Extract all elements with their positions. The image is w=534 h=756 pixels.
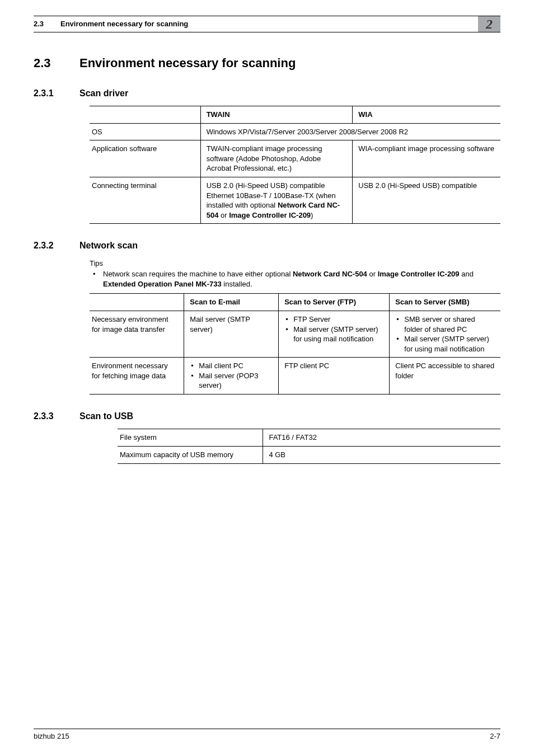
kv-val-filesystem: FAT16 / FAT32 bbox=[263, 429, 500, 447]
footer-page-number: 2-7 bbox=[490, 731, 500, 741]
section-title: Environment necessary for scanning bbox=[79, 55, 296, 72]
row-label-connterm: Connecting terminal bbox=[90, 177, 200, 224]
cell-list: FTP Server Mail server (SMTP server) for… bbox=[284, 314, 383, 344]
tip-text-bold: Network Card NC-504 bbox=[293, 270, 367, 278]
tips-item: Network scan requires the machine to hav… bbox=[90, 269, 500, 289]
subsection-title: Scan driver bbox=[79, 87, 128, 100]
cell-list: SMB server or shared folder of shared PC… bbox=[395, 314, 495, 354]
list-item: FTP Server bbox=[284, 314, 383, 325]
subsection-title: Network scan bbox=[79, 240, 138, 252]
header-rule-bottom bbox=[34, 32, 500, 32]
table-row: OS Windows XP/Vista/7/Server 2003/Server… bbox=[90, 123, 500, 140]
subsection-number: 2.3.3 bbox=[34, 410, 59, 422]
subsection-heading-scan-to-usb: 2.3.3 Scan to USB bbox=[34, 410, 500, 422]
cell-text: ) bbox=[311, 211, 313, 219]
page-footer: bizhub 215 2-7 bbox=[34, 729, 500, 741]
tips-list: Network scan requires the machine to hav… bbox=[90, 269, 500, 289]
subsection-title: Scan to USB bbox=[79, 410, 133, 422]
cell-list: Mail client PC Mail server (POP3 server) bbox=[190, 361, 273, 391]
subsection-heading-network-scan: 2.3.2 Network scan bbox=[34, 240, 500, 252]
cell-wia-appsoft: WIA-compliant image processing software bbox=[353, 140, 500, 177]
table-header-wia: WIA bbox=[353, 106, 500, 124]
header-left: 2.3 Environment necessary for scanning bbox=[34, 19, 478, 29]
row-label-necessary-env: Necessary environment for image data tra… bbox=[90, 311, 184, 357]
subsection-number: 2.3.1 bbox=[34, 87, 59, 100]
table-row: Maximum capacity of USB memory 4 GB bbox=[118, 446, 500, 463]
table-header-empty bbox=[90, 294, 184, 311]
tip-text: or bbox=[367, 270, 378, 278]
tip-text-bold: Extended Operation Panel MK-733 bbox=[103, 280, 222, 288]
table-row: File system FAT16 / FAT32 bbox=[118, 429, 500, 447]
row-label-fetch-env: Environment necessary for fetching image… bbox=[90, 358, 184, 395]
list-item: Mail client PC bbox=[190, 361, 273, 371]
cell-ftp-fetch: FTP client PC bbox=[279, 358, 390, 395]
footer-model: bizhub 215 bbox=[34, 731, 69, 741]
kv-val-maxcap: 4 GB bbox=[263, 446, 500, 463]
table-header-email: Scan to E-mail bbox=[184, 294, 279, 311]
table-header-ftp: Scan to Server (FTP) bbox=[279, 294, 390, 311]
tip-text-bold: Image Controller IC-209 bbox=[378, 270, 460, 278]
row-label-os: OS bbox=[90, 123, 200, 140]
section-heading: 2.3 Environment necessary for scanning bbox=[34, 55, 500, 72]
tips-label: Tips bbox=[90, 259, 500, 269]
page-header: 2.3 Environment necessary for scanning 2 bbox=[34, 16, 500, 32]
kv-key-maxcap: Maximum capacity of USB memory bbox=[118, 446, 263, 463]
cell-text: or bbox=[218, 211, 229, 219]
list-item: Mail server (POP3 server) bbox=[190, 371, 273, 391]
section-number: 2.3 bbox=[34, 55, 59, 72]
table-header-twain: TWAIN bbox=[200, 106, 353, 124]
scan-driver-table: TWAIN WIA OS Windows XP/Vista/7/Server 2… bbox=[90, 106, 500, 224]
table-row: Necessary environment for image data tra… bbox=[90, 311, 500, 357]
scan-to-usb-table: File system FAT16 / FAT32 Maximum capaci… bbox=[118, 429, 500, 463]
row-label-appsoft: Application software bbox=[90, 140, 200, 177]
table-row: Environment necessary for fetching image… bbox=[90, 358, 500, 395]
tips-block: Tips Network scan requires the machine t… bbox=[90, 259, 500, 289]
table-header-smb: Scan to Server (SMB) bbox=[390, 294, 500, 311]
cell-smb-fetch: Client PC accessible to shared folder bbox=[390, 358, 500, 395]
list-item: Mail server (SMTP server) for using mail… bbox=[284, 325, 383, 344]
network-scan-table: Scan to E-mail Scan to Server (FTP) Scan… bbox=[90, 293, 500, 394]
cell-twain-connterm: USB 2.0 (Hi-Speed USB) compatible Ethern… bbox=[200, 177, 353, 224]
chapter-badge: 2 bbox=[478, 16, 500, 32]
table-row: Application software TWAIN-compliant ima… bbox=[90, 140, 500, 177]
table-row: Connecting terminal USB 2.0 (Hi-Speed US… bbox=[90, 177, 500, 224]
list-item: SMB server or shared folder of shared PC bbox=[395, 314, 495, 334]
subsection-heading-scan-driver: 2.3.1 Scan driver bbox=[34, 87, 500, 100]
cell-wia-connterm: USB 2.0 (Hi-Speed USB) compatible bbox=[353, 177, 500, 224]
subsection-number: 2.3.2 bbox=[34, 240, 59, 252]
header-section-title: Environment necessary for scanning bbox=[60, 19, 188, 29]
tip-text: Network scan requires the machine to hav… bbox=[103, 270, 293, 278]
kv-key-filesystem: File system bbox=[118, 429, 263, 447]
cell-smb-env: SMB server or shared folder of shared PC… bbox=[390, 311, 500, 357]
cell-os-value: Windows XP/Vista/7/Server 2003/Server 20… bbox=[200, 123, 500, 140]
header-section-number: 2.3 bbox=[34, 19, 50, 29]
table-header-empty bbox=[90, 106, 200, 124]
page: 2.3 Environment necessary for scanning 2… bbox=[0, 0, 534, 756]
tip-text: installed. bbox=[222, 280, 252, 288]
cell-text-bold: Image Controller IC-209 bbox=[229, 211, 311, 219]
cell-email-fetch: Mail client PC Mail server (POP3 server) bbox=[184, 358, 279, 395]
cell-ftp-env: FTP Server Mail server (SMTP server) for… bbox=[279, 311, 390, 357]
table-row: Scan to E-mail Scan to Server (FTP) Scan… bbox=[90, 294, 500, 311]
list-item: Mail server (SMTP server) for using mail… bbox=[395, 334, 495, 354]
tip-text: and bbox=[460, 270, 474, 278]
cell-twain-appsoft: TWAIN-compliant image processing softwar… bbox=[200, 140, 353, 177]
table-row: TWAIN WIA bbox=[90, 106, 500, 124]
cell-email-env: Mail server (SMTP server) bbox=[184, 311, 279, 357]
